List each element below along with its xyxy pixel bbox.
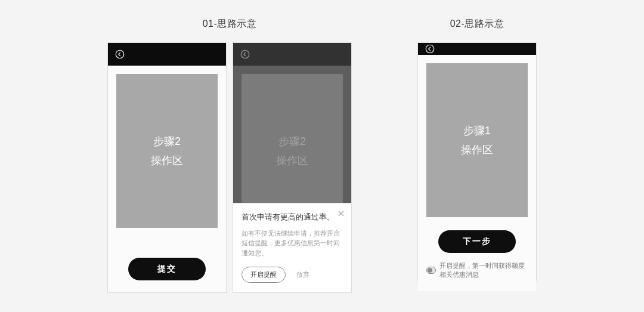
- phone-01b: 步骤2 操作区 首次申请有更高的通过率。 如有不便无法继续申请，推荐开启短信提醒…: [233, 42, 352, 293]
- group-02: 02-思路示意 步骤1 操作区 下一步: [417, 18, 537, 312]
- group-01-title: 01-思路示意: [203, 18, 257, 30]
- back-icon[interactable]: [114, 48, 126, 60]
- reminder-toggle-row: 开启提醒，第一时间获得额度相关优惠消息: [426, 261, 528, 279]
- content-box: 步骤1 操作区: [426, 63, 528, 217]
- next-button[interactable]: 下一步: [438, 230, 516, 253]
- enable-reminder-button[interactable]: 开启提醒: [242, 267, 286, 283]
- step-title: 步骤2: [153, 132, 181, 151]
- phone-01a: 步骤2 操作区 提交: [107, 42, 227, 293]
- step-subtitle: 操作区: [276, 151, 308, 170]
- header: [418, 43, 536, 55]
- step-subtitle: 操作区: [461, 140, 493, 159]
- toggle-icon[interactable]: [426, 267, 436, 274]
- group-02-title: 02-思路示意: [450, 18, 504, 30]
- back-icon[interactable]: [424, 43, 436, 55]
- svg-point-0: [116, 50, 124, 58]
- submit-button[interactable]: 提交: [128, 258, 206, 280]
- phone-02a: 步骤1 操作区 下一步 开启提醒，第一时间获得额度相关优惠消息: [417, 42, 537, 281]
- step-subtitle: 操作区: [151, 151, 183, 170]
- back-icon[interactable]: [239, 48, 251, 60]
- popup-desc: 如有不便无法继续申请，推荐开启短信提醒，更多优惠信息第一时间通知您。: [242, 228, 343, 258]
- dismiss-button[interactable]: 放弃: [296, 270, 309, 279]
- group-01-row: 步骤2 操作区 提交: [107, 42, 352, 293]
- toggle-label: 开启提醒，第一时间获得额度相关优惠消息: [439, 261, 528, 279]
- header: [233, 43, 351, 66]
- step-title: 步骤1: [463, 121, 491, 140]
- body: 步骤2 操作区 提交: [108, 66, 226, 292]
- popup-actions: 开启提醒 放弃: [242, 267, 343, 283]
- step-title: 步骤2: [278, 132, 306, 151]
- svg-point-1: [241, 50, 249, 58]
- svg-point-4: [426, 45, 434, 53]
- close-icon[interactable]: [337, 209, 345, 218]
- content-box: 步骤2 操作区: [116, 74, 218, 228]
- bottom-sheet: 首次申请有更高的通过率。 如有不便无法继续申请，推荐开启短信提醒，更多优惠信息第…: [233, 203, 351, 292]
- body: 步骤1 操作区 下一步 开启提醒，第一时间获得额度相关优惠消息: [418, 55, 536, 291]
- group-02-row: 步骤1 操作区 下一步 开启提醒，第一时间获得额度相关优惠消息: [417, 42, 537, 281]
- popup-title: 首次申请有更高的通过率。: [242, 212, 343, 223]
- group-01: 01-思路示意 步骤2 操作区: [107, 18, 352, 312]
- header: [108, 43, 226, 66]
